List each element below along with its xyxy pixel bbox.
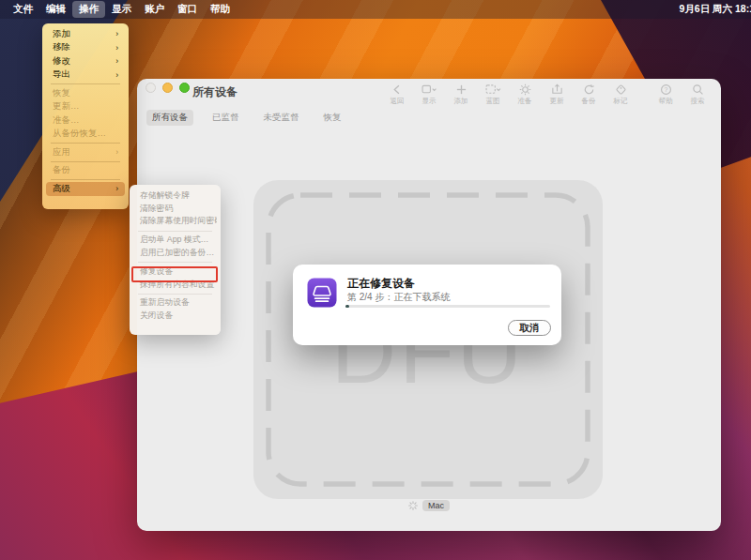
device-name-chip[interactable]: Mac bbox=[422, 500, 450, 511]
menubar-item-edit[interactable]: 编辑 bbox=[39, 1, 72, 18]
menubar-item-file[interactable]: 文件 bbox=[7, 1, 39, 18]
chevron-left-icon bbox=[391, 83, 404, 96]
tab-recovery[interactable]: 恢复 bbox=[318, 110, 347, 126]
cancel-button[interactable]: 取消 bbox=[508, 320, 551, 336]
help-button[interactable]: ? 帮助 bbox=[650, 82, 682, 106]
toolbar-label: 返回 bbox=[391, 97, 405, 106]
menu-separator bbox=[51, 83, 120, 84]
menu-item-remove[interactable]: 移除› bbox=[46, 41, 125, 55]
menu-item-label: 备份 bbox=[53, 164, 70, 176]
menu-item-apply: 应用› bbox=[46, 145, 125, 159]
zoom-window-button[interactable] bbox=[179, 83, 190, 93]
toolbar-label: 显示 bbox=[422, 97, 437, 106]
menubar-item-account[interactable]: 账户 bbox=[138, 1, 171, 18]
blueprints-button[interactable]: 蓝图 bbox=[477, 82, 509, 106]
back-button[interactable]: 返回 bbox=[381, 82, 413, 106]
toolbar-label: 备份 bbox=[582, 97, 596, 106]
menu-item-update: 更新… bbox=[46, 100, 125, 114]
filter-tabs: 所有设备 已监督 未受监督 恢复 bbox=[146, 110, 347, 126]
submenu-arrow-icon: › bbox=[115, 184, 118, 193]
menu-item-label: 从备份恢复… bbox=[53, 128, 106, 140]
menu-separator bbox=[51, 143, 120, 144]
busy-spinner-icon bbox=[408, 501, 418, 510]
menu-item-prepare: 准备… bbox=[46, 114, 125, 128]
menu-item-label: 准备… bbox=[53, 114, 80, 127]
menu-item-label: 导出 bbox=[53, 68, 70, 81]
menu-item-label: 修改 bbox=[53, 55, 70, 68]
blueprint-icon bbox=[485, 83, 501, 96]
toolbar-label: 添加 bbox=[454, 97, 468, 106]
menubar-item-actions[interactable]: 操作 bbox=[72, 1, 105, 18]
submenu-item-clear-screentime-passcode[interactable]: 清除屏幕使用时间密码 bbox=[133, 216, 217, 229]
dialog-title: 正在修复设备 bbox=[347, 276, 415, 292]
tab-unsupervised[interactable]: 未受监督 bbox=[258, 110, 305, 126]
menu-separator bbox=[138, 294, 212, 295]
menubar-item-view[interactable]: 显示 bbox=[105, 1, 138, 18]
submenu-item-revive-device[interactable]: 修复设备 bbox=[133, 265, 217, 279]
toolbar-label: 更新 bbox=[550, 97, 564, 106]
tag-icon bbox=[615, 83, 627, 96]
view-button[interactable]: 显示 bbox=[413, 82, 445, 106]
menu-item-restore-from-backup: 从备份恢复… bbox=[46, 128, 125, 142]
submenu-item-single-app-mode[interactable]: 启动单 App 模式… bbox=[133, 234, 217, 247]
menu-separator bbox=[138, 231, 212, 232]
backup-circle-icon bbox=[583, 83, 595, 96]
window-toolbar: 返回 显示 添加 蓝图 准备 更新 bbox=[381, 82, 713, 106]
menu-item-restore: 恢复 bbox=[46, 86, 125, 100]
toolbar-label: 蓝图 bbox=[486, 97, 500, 106]
svg-text:?: ? bbox=[664, 86, 667, 93]
submenu-arrow-icon: › bbox=[115, 43, 118, 53]
close-window-button[interactable] bbox=[146, 83, 156, 93]
search-button[interactable]: 搜索 bbox=[682, 82, 713, 106]
menubar-clock[interactable]: 9月6日 周六 18:1 bbox=[679, 0, 751, 19]
progress-bar bbox=[345, 305, 550, 308]
submenu-item-encrypted-backups[interactable]: 启用已加密的备份… bbox=[133, 247, 217, 260]
backup-button[interactable]: 备份 bbox=[573, 82, 605, 106]
plus-icon bbox=[455, 83, 467, 96]
submenu-item-shutdown-device[interactable]: 关闭设备 bbox=[133, 310, 217, 323]
submenu-item-clear-passcode[interactable]: 清除密码 bbox=[133, 203, 217, 216]
search-icon bbox=[692, 83, 704, 96]
submenu-arrow-icon: › bbox=[115, 29, 118, 38]
update-arrow-icon bbox=[551, 83, 563, 96]
submenu-item-erase-all-content[interactable]: 抹掉所有内容和设置 bbox=[133, 279, 217, 292]
submenu-item-store-unlock-token[interactable]: 存储解锁令牌 bbox=[133, 189, 217, 203]
submenu-arrow-icon: › bbox=[115, 147, 118, 157]
repair-dialog: 正在修复设备 第 2/4 步：正在下载系统 取消 bbox=[293, 265, 561, 345]
submenu-item-restart-device[interactable]: 重新启动设备 bbox=[133, 297, 217, 310]
menu-bar: 文件 编辑 操作 显示 账户 窗口 帮助 9月6日 周六 18:1 bbox=[0, 0, 751, 19]
traffic-lights bbox=[146, 83, 190, 93]
progress-fill bbox=[345, 305, 349, 308]
toolbar-label: 准备 bbox=[518, 97, 532, 106]
menu-item-advanced[interactable]: 高级› bbox=[46, 182, 125, 196]
menubar-item-help[interactable]: 帮助 bbox=[204, 1, 237, 18]
toolbar-label: 搜索 bbox=[691, 97, 705, 106]
menu-item-label: 应用 bbox=[53, 146, 70, 159]
configurator-app-icon bbox=[307, 278, 337, 308]
tab-all-devices[interactable]: 所有设备 bbox=[146, 110, 193, 126]
menu-item-export[interactable]: 导出› bbox=[46, 68, 125, 83]
prepare-button[interactable]: 准备 bbox=[509, 82, 541, 106]
menu-item-label: 移除 bbox=[53, 41, 70, 53]
view-grid-icon bbox=[421, 83, 437, 96]
minimize-window-button[interactable] bbox=[162, 83, 173, 93]
add-button[interactable]: 添加 bbox=[445, 82, 477, 106]
tab-supervised[interactable]: 已监督 bbox=[207, 110, 245, 126]
toolbar-label: 标记 bbox=[614, 97, 628, 106]
tag-button[interactable]: 标记 bbox=[605, 82, 636, 106]
actions-menu: 添加› 移除› 修改› 导出› 恢复 更新… 准备… 从备份恢复… 应用› 备份… bbox=[42, 23, 129, 209]
menubar-item-window[interactable]: 窗口 bbox=[171, 1, 204, 18]
advanced-submenu: 存储解锁令牌 清除密码 清除屏幕使用时间密码 启动单 App 模式… 启用已加密… bbox=[130, 185, 221, 335]
gear-icon bbox=[519, 83, 531, 96]
desktop: 文件 编辑 操作 显示 账户 窗口 帮助 9月6日 周六 18:1 所有设备 返… bbox=[0, 0, 751, 560]
menu-item-modify[interactable]: 修改› bbox=[46, 54, 125, 68]
menu-item-add[interactable]: 添加› bbox=[46, 27, 125, 41]
submenu-arrow-icon: › bbox=[115, 56, 118, 66]
submenu-arrow-icon: › bbox=[115, 70, 118, 80]
menu-item-label: 高级 bbox=[53, 183, 70, 195]
menu-item-label: 更新… bbox=[53, 100, 80, 113]
menu-item-backup: 备份 bbox=[46, 164, 125, 178]
menu-separator bbox=[138, 262, 212, 263]
window-title: 所有设备 bbox=[192, 84, 238, 100]
update-button[interactable]: 更新 bbox=[541, 82, 573, 106]
